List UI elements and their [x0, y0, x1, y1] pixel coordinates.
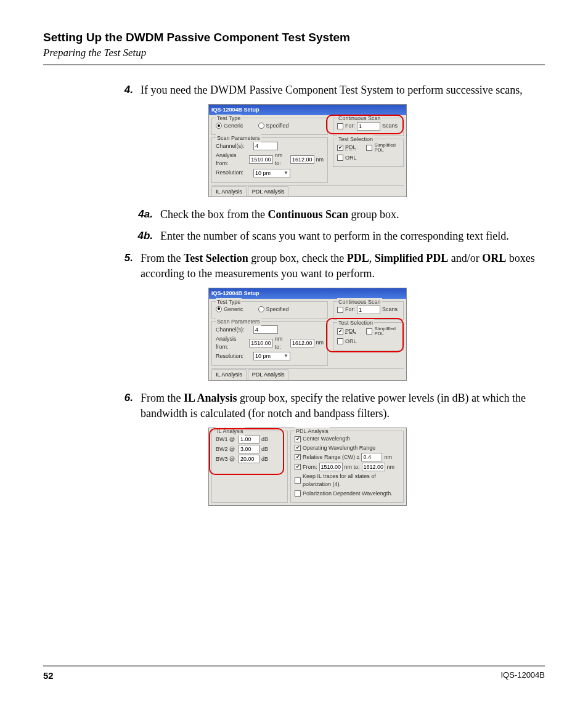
bold-text: IL Analysis: [184, 392, 237, 404]
section-subtitle: Preparing the Test Setup: [43, 47, 545, 59]
for-checkbox[interactable]: [337, 307, 343, 313]
scans-input[interactable]: 1: [357, 122, 380, 131]
analysis-tabs: IL Analysis PDL Analysis: [211, 368, 404, 380]
tab-pdl[interactable]: PDL Analysis: [248, 369, 289, 380]
group-label: PDL Analysis: [295, 428, 330, 436]
keep-il-checkbox[interactable]: [295, 477, 301, 484]
field-label: Analysis from:: [216, 335, 247, 351]
channels-input[interactable]: 4: [253, 142, 278, 150]
tab-il[interactable]: IL Analysis: [211, 186, 247, 197]
step-body: From the IL Analysis group box, specify …: [141, 391, 545, 421]
radio-generic[interactable]: [216, 306, 222, 312]
field-label: BW1 @: [216, 436, 237, 444]
model-number: IQS-12004B: [500, 670, 545, 681]
unit-label: dB: [261, 445, 268, 453]
text: Check the box from the: [160, 208, 267, 221]
page-number: 52: [43, 670, 54, 681]
pdl-checkbox[interactable]: [337, 328, 343, 335]
simplified-pdl-checkbox[interactable]: [366, 328, 372, 335]
text: group box, check the: [248, 252, 347, 264]
group-label: Continuous Scan: [337, 115, 382, 123]
to-input[interactable]: 1612.00: [362, 463, 385, 471]
field-label: Analysis from:: [216, 152, 247, 167]
step-4a: 4a. Check the box from the Continuous Sc…: [111, 207, 545, 222]
page: Setting Up the DWDM Passive Component Te…: [0, 0, 588, 714]
from-input[interactable]: 1510.00: [249, 339, 273, 347]
text: ,: [369, 252, 375, 264]
simplified-pdl-checkbox[interactable]: [366, 145, 372, 151]
step-number: 4.: [111, 83, 141, 98]
scans-input[interactable]: 1: [357, 306, 380, 314]
pdl-checkbox[interactable]: [337, 145, 343, 151]
bold-text: Continuous Scan: [267, 208, 348, 221]
for-checkbox[interactable]: [337, 123, 343, 129]
steps-list: 4. If you need the DWDM Passive Componen…: [111, 83, 545, 506]
figure-3: IL Analysis BW1 @ 1.00 dB BW2 @ 3.00 dB …: [208, 428, 545, 506]
test-selection-group: Test Selection PDL Simplified PDL ORL: [333, 139, 404, 168]
radio-label: Generic: [224, 122, 243, 130]
analysis-tabs: IL Analysis PDL Analysis: [211, 185, 404, 197]
bold-text: Simplified PDL: [375, 252, 449, 264]
step-4b: 4b. Enter the number of scans you want t…: [111, 229, 545, 244]
resolution-select[interactable]: 10 pm ▼: [253, 352, 290, 360]
test-type-group: Test Type Generic Specified: [211, 118, 328, 136]
step-body: From the Test Selection group box, check…: [141, 251, 545, 282]
field-label: Resolution:: [216, 352, 251, 360]
from-input[interactable]: 1510.00: [249, 155, 273, 164]
orl-checkbox[interactable]: [337, 338, 343, 344]
checkbox-label: ORL: [345, 154, 357, 162]
figure-1: IQS-12004B Setup Test Type Generic Speci…: [208, 104, 545, 197]
step-body: Check the box from the Continuous Scan g…: [160, 207, 545, 222]
test-selection-group: Test Selection PDL Simplified PDL ORL: [333, 322, 404, 351]
group-label: Test Selection: [337, 136, 374, 144]
group-label: Test Type: [216, 115, 242, 123]
channels-input[interactable]: 4: [253, 325, 278, 334]
window-titlebar: IQS-12004B Setup: [209, 288, 406, 299]
from-input[interactable]: 1510.00: [319, 463, 343, 471]
checkbox-label: Simplified PDL: [374, 143, 399, 153]
pdl-analysis-group: PDL Analysis Center Wavelength Operating…: [290, 431, 404, 503]
checkbox-label: PDL: [345, 327, 356, 335]
step-body: Enter the number of scans you want to pe…: [160, 229, 545, 244]
checkbox-label: Center Wavelength: [303, 435, 350, 443]
step-body: If you need the DWDM Passive Component T…: [141, 83, 545, 98]
field-label: For:: [345, 122, 355, 130]
bw3-input[interactable]: 20.00: [239, 455, 259, 463]
to-input[interactable]: 1612.00: [290, 155, 314, 164]
text: From the: [141, 392, 184, 404]
unit-label: nm: [384, 453, 392, 461]
bw2-input[interactable]: 3.00: [239, 445, 259, 453]
continuous-scan-group: Continuous Scan For: 1 Scans: [333, 118, 404, 136]
step-6: 6. From the IL Analysis group box, speci…: [111, 391, 545, 421]
radio-specified[interactable]: [258, 306, 264, 312]
from-checkbox[interactable]: [295, 464, 301, 470]
continuous-scan-group: Continuous Scan For: 1 Scans: [333, 301, 404, 320]
header-rule: [43, 64, 545, 65]
relative-range-checkbox[interactable]: [295, 454, 301, 460]
scan-parameters-group: Scan Parameters Channel(s): 4 Analysis f…: [211, 321, 328, 366]
radio-label: Generic: [224, 306, 243, 314]
step-number: 6.: [111, 391, 141, 421]
step-number: 5.: [111, 251, 141, 282]
tab-pdl[interactable]: PDL Analysis: [248, 186, 289, 197]
setup-window: IQS-12004B Setup Test Type Generic Speci…: [208, 104, 407, 197]
group-label: Test Selection: [337, 319, 374, 327]
unit-label: nm to:: [345, 463, 360, 471]
resolution-select[interactable]: 10 pm ▼: [253, 169, 290, 177]
checkbox-label: Polarization Dependent Wavelength.: [303, 490, 393, 498]
to-input[interactable]: 1612.00: [290, 339, 314, 347]
step-5: 5. From the Test Selection group box, ch…: [111, 251, 545, 282]
bw1-input[interactable]: 1.00: [239, 435, 259, 444]
owr-checkbox[interactable]: [295, 445, 301, 451]
radio-generic[interactable]: [216, 123, 222, 129]
pdw-checkbox[interactable]: [295, 490, 301, 497]
unit-label: dB: [261, 436, 268, 444]
group-label: Scan Parameters: [216, 134, 261, 142]
tab-il[interactable]: IL Analysis: [211, 369, 247, 380]
bold-text: ORL: [482, 252, 506, 264]
relative-range-input[interactable]: 0.4: [361, 453, 382, 461]
center-wavelength-checkbox[interactable]: [295, 436, 301, 442]
il-analysis-group: IL Analysis BW1 @ 1.00 dB BW2 @ 3.00 dB …: [211, 431, 288, 503]
radio-specified[interactable]: [258, 123, 264, 129]
orl-checkbox[interactable]: [337, 155, 343, 161]
